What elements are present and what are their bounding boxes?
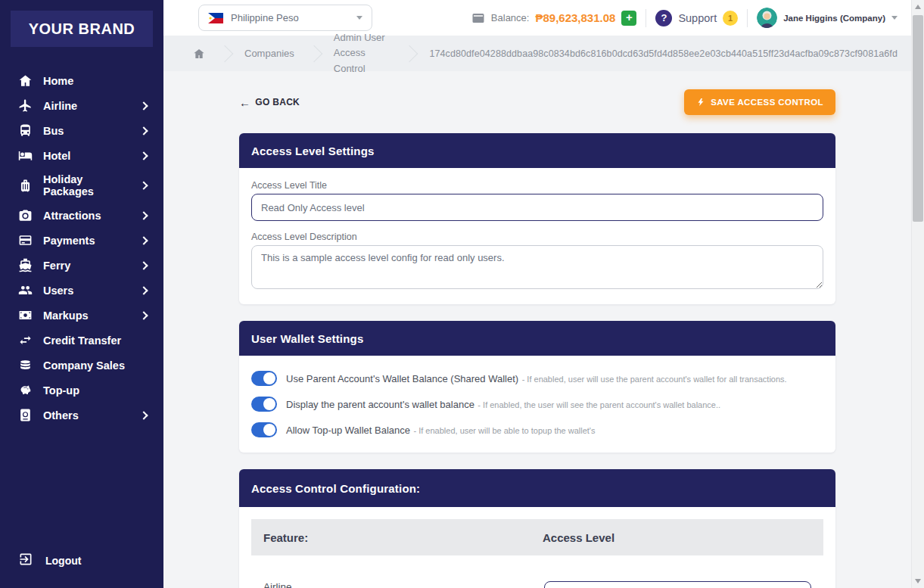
add-balance-button[interactable]: +	[621, 11, 636, 26]
scroll-up-arrow-icon[interactable]	[915, 5, 921, 9]
shared-wallet-toggle-row: Use Parent Account's Wallet Balance (Sha…	[251, 371, 823, 386]
user-wallet-settings-panel: User Wallet Settings Use Parent Account'…	[239, 321, 835, 453]
panel-title: Access Level Settings	[251, 145, 375, 157]
chevron-down-icon	[356, 16, 362, 20]
sidebar-item-label: Bus	[43, 125, 64, 137]
access-level-description-label: Access Level Description	[251, 232, 823, 242]
support-button[interactable]: ? Support 1	[655, 10, 738, 26]
sidebar-item-label: Top-up	[43, 384, 79, 397]
question-mark-icon: ?	[655, 10, 672, 26]
save-access-control-button[interactable]: SAVE ACCESS CONTROL	[684, 89, 835, 115]
back-arrow-icon: ←	[239, 96, 250, 109]
sidebar-item-attractions[interactable]: Attractions	[0, 203, 163, 228]
users-icon	[18, 283, 33, 297]
chevron-right-icon	[139, 286, 148, 294]
camera-icon	[18, 208, 33, 222]
go-back-button[interactable]: ← GO BACK	[239, 96, 300, 109]
breadcrumb-separator	[216, 45, 234, 62]
sidebar-item-top-up[interactable]: Top-up	[0, 378, 163, 403]
coins-icon	[18, 358, 33, 372]
sidebar-item-markups[interactable]: Markups	[0, 303, 163, 328]
chevron-down-icon	[891, 16, 898, 20]
currency-selected: Philippine Peso	[231, 12, 349, 23]
scroll-down-arrow-icon[interactable]	[915, 579, 921, 583]
toggle-hint: - If enabled, the user will see the pare…	[478, 400, 720, 409]
sidebar-item-airline[interactable]: Airline	[0, 93, 163, 118]
page-content: ← GO BACK SAVE ACCESS CONTROL Access Lev…	[163, 71, 911, 588]
support-badge: 1	[723, 11, 738, 26]
sidebar-item-company-sales[interactable]: Company Sales	[0, 353, 163, 378]
sidebar-item-home[interactable]: Home	[0, 68, 163, 93]
sidebar-item-label: Airline	[43, 100, 77, 112]
sidebar-item-others[interactable]: Others	[0, 403, 163, 428]
breadcrumb-item-record-id: 174cd80dfe04288ddbaa98c0834bd6c816b0dcd6…	[429, 48, 898, 59]
access-level-select[interactable]: View Bookings Only	[544, 581, 811, 588]
luggage-icon	[18, 179, 33, 193]
sidebar-item-label: Payments	[43, 235, 95, 247]
feature-name: Airline	[263, 581, 544, 588]
access-level-column-header: Access Level	[543, 531, 614, 544]
chevron-right-icon	[139, 101, 148, 110]
sidebar-item-hotel[interactable]: Hotel	[0, 143, 163, 168]
main-area: Philippine Peso Balance: ₱89,623,831.08 …	[163, 0, 911, 588]
sidebar-item-label: Holiday Packages	[43, 173, 130, 198]
currency-select[interactable]: Philippine Peso	[198, 5, 372, 31]
avatar	[757, 8, 777, 28]
page-scrollbar[interactable]	[911, 0, 924, 588]
credit-card-icon	[18, 233, 33, 247]
chevron-right-icon	[139, 126, 148, 135]
sidebar-item-label: Users	[43, 285, 73, 297]
sidebar-nav: Home Airline Bus Hotel Holiday Packages …	[0, 68, 163, 428]
access-level-description-textarea[interactable]: This is a sample access level config for…	[251, 245, 823, 289]
panel-title: Access Control Configuration:	[251, 482, 420, 495]
airplane-icon	[18, 98, 33, 113]
lightning-bolt-icon	[696, 97, 705, 107]
philippines-flag-icon	[208, 13, 223, 23]
wallet-card-icon	[471, 11, 485, 25]
sidebar-item-users[interactable]: Users	[0, 278, 163, 303]
divider	[646, 9, 646, 27]
sidebar-item-payments[interactable]: Payments	[0, 228, 163, 253]
sidebar-item-bus[interactable]: Bus	[0, 118, 163, 143]
toggle-label: Use Parent Account's Wallet Balance (Sha…	[286, 373, 518, 384]
sidebar: YOUR BRAND Home Airline Bus Hotel Holida…	[0, 0, 163, 588]
user-wallet-settings-header: User Wallet Settings	[239, 321, 835, 356]
support-label: Support	[678, 12, 717, 24]
topbar: Philippine Peso Balance: ₱89,623,831.08 …	[163, 0, 911, 36]
breadcrumb-item-companies[interactable]: Companies	[244, 48, 294, 59]
chevron-right-icon	[139, 151, 148, 160]
access-level-settings-header: Access Level Settings	[239, 133, 835, 168]
shared-wallet-toggle[interactable]	[251, 371, 277, 386]
logout-button[interactable]: Logout	[0, 543, 163, 588]
sidebar-item-label: Hotel	[43, 150, 70, 162]
access-level-title-input[interactable]	[251, 194, 823, 221]
sidebar-item-label: Home	[43, 75, 73, 87]
passport-icon	[18, 408, 33, 422]
transfer-icon	[18, 333, 33, 347]
sidebar-item-label: Company Sales	[43, 359, 125, 372]
table-row-airline: Airline Manage airline bookings, ticket …	[251, 581, 823, 588]
sidebar-item-ferry[interactable]: Ferry	[0, 253, 163, 278]
toggle-label: Allow Top-up Wallet Balance	[286, 425, 410, 436]
actions-row: ← GO BACK SAVE ACCESS CONTROL	[239, 89, 835, 115]
breadcrumb-separator	[305, 45, 322, 62]
allow-topup-toggle[interactable]	[251, 422, 277, 437]
display-parent-balance-toggle[interactable]	[251, 397, 277, 412]
chevron-right-icon	[139, 261, 148, 269]
home-breadcrumb-icon[interactable]	[193, 48, 205, 60]
breadcrumb: Companies Admin User Access Control 174c…	[163, 36, 911, 71]
feature-table-header: Feature: Access Level	[251, 519, 823, 555]
access-level-settings-panel: Access Level Settings Access Level Title…	[239, 133, 835, 304]
profile-menu[interactable]: Jane Higgins (Company)	[757, 8, 898, 28]
sidebar-item-holiday-packages[interactable]: Holiday Packages	[0, 168, 163, 203]
breadcrumb-separator	[401, 45, 418, 62]
breadcrumb-item-admin-user-access-control[interactable]: Admin User Access Control	[334, 30, 390, 76]
logout-label: Logout	[45, 555, 81, 567]
sidebar-item-label: Credit Transfer	[43, 334, 121, 347]
sidebar-item-credit-transfer[interactable]: Credit Transfer	[0, 328, 163, 353]
banknote-icon	[18, 308, 33, 322]
access-control-configuration-header: Access Control Configuration:	[239, 469, 835, 507]
balance-label: Balance:	[491, 12, 530, 23]
scrollbar-thumb[interactable]	[913, 15, 923, 222]
display-parent-balance-toggle-row: Display the parent account's wallet bala…	[251, 397, 823, 412]
